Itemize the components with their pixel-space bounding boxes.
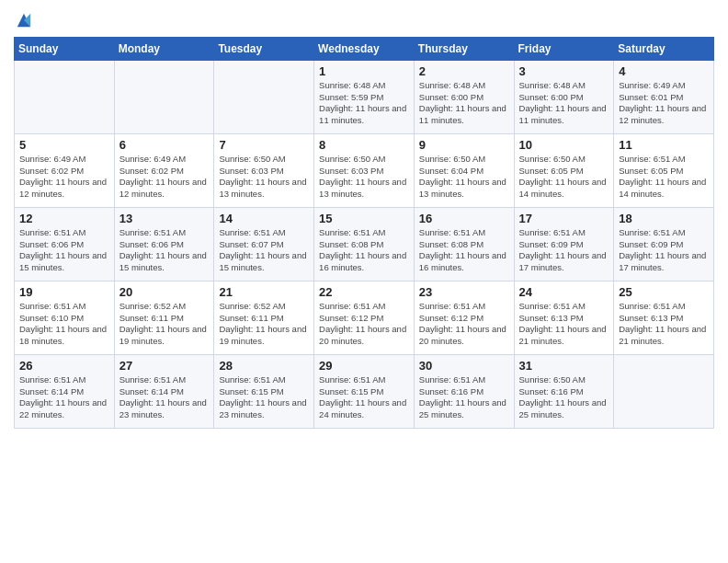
calendar-cell: 10Sunrise: 6:50 AM Sunset: 6:05 PM Dayli…	[514, 133, 614, 207]
calendar-cell: 17Sunrise: 6:51 AM Sunset: 6:09 PM Dayli…	[514, 207, 614, 281]
day-info: Sunrise: 6:52 AM Sunset: 6:11 PM Dayligh…	[219, 301, 310, 348]
calendar-cell: 18Sunrise: 6:51 AM Sunset: 6:09 PM Dayli…	[614, 207, 714, 281]
day-info: Sunrise: 6:50 AM Sunset: 6:04 PM Dayligh…	[419, 154, 510, 201]
day-info: Sunrise: 6:51 AM Sunset: 6:12 PM Dayligh…	[319, 301, 410, 348]
day-number: 16	[419, 212, 510, 225]
day-info: Sunrise: 6:48 AM Sunset: 6:00 PM Dayligh…	[519, 80, 610, 127]
day-number: 12	[19, 212, 110, 225]
calendar-cell: 3Sunrise: 6:48 AM Sunset: 6:00 PM Daylig…	[514, 60, 614, 133]
day-number: 8	[319, 138, 410, 152]
calendar-cell: 9Sunrise: 6:50 AM Sunset: 6:04 PM Daylig…	[414, 133, 514, 207]
day-number: 6	[119, 138, 210, 152]
day-info: Sunrise: 6:49 AM Sunset: 6:01 PM Dayligh…	[619, 80, 710, 127]
day-number: 1	[319, 64, 410, 78]
header-day-friday: Friday	[514, 37, 614, 60]
day-info: Sunrise: 6:49 AM Sunset: 6:02 PM Dayligh…	[19, 154, 110, 201]
calendar-cell: 20Sunrise: 6:52 AM Sunset: 6:11 PM Dayli…	[114, 281, 214, 354]
day-info: Sunrise: 6:51 AM Sunset: 6:06 PM Dayligh…	[119, 227, 210, 274]
calendar-cell: 12Sunrise: 6:51 AM Sunset: 6:06 PM Dayli…	[15, 207, 115, 281]
day-info: Sunrise: 6:51 AM Sunset: 6:12 PM Dayligh…	[419, 301, 510, 348]
day-number: 7	[219, 138, 310, 152]
calendar-cell: 26Sunrise: 6:51 AM Sunset: 6:14 PM Dayli…	[15, 354, 115, 428]
day-info: Sunrise: 6:49 AM Sunset: 6:02 PM Dayligh…	[119, 154, 210, 201]
day-info: Sunrise: 6:51 AM Sunset: 6:08 PM Dayligh…	[419, 227, 510, 274]
calendar-cell: 29Sunrise: 6:51 AM Sunset: 6:15 PM Dayli…	[314, 354, 415, 428]
calendar-cell	[214, 60, 314, 133]
page-header	[14, 9, 714, 31]
header-row: SundayMondayTuesdayWednesdayThursdayFrid…	[15, 37, 714, 60]
calendar-header: SundayMondayTuesdayWednesdayThursdayFrid…	[15, 37, 714, 60]
day-info: Sunrise: 6:51 AM Sunset: 6:13 PM Dayligh…	[519, 301, 610, 348]
week-row-4: 19Sunrise: 6:51 AM Sunset: 6:10 PM Dayli…	[15, 281, 714, 354]
day-number: 20	[119, 285, 210, 299]
calendar-cell: 7Sunrise: 6:50 AM Sunset: 6:03 PM Daylig…	[214, 133, 314, 207]
day-info: Sunrise: 6:50 AM Sunset: 6:03 PM Dayligh…	[319, 154, 410, 201]
day-info: Sunrise: 6:51 AM Sunset: 6:09 PM Dayligh…	[619, 227, 710, 274]
day-info: Sunrise: 6:51 AM Sunset: 6:10 PM Dayligh…	[19, 301, 110, 348]
calendar-cell: 30Sunrise: 6:51 AM Sunset: 6:16 PM Dayli…	[414, 354, 514, 428]
day-number: 22	[319, 285, 410, 299]
calendar-cell: 24Sunrise: 6:51 AM Sunset: 6:13 PM Dayli…	[514, 281, 614, 354]
day-number: 23	[419, 285, 510, 299]
calendar-cell: 14Sunrise: 6:51 AM Sunset: 6:07 PM Dayli…	[214, 207, 314, 281]
day-number: 2	[419, 64, 510, 78]
calendar-cell	[15, 60, 115, 133]
day-number: 15	[319, 212, 410, 225]
calendar-cell: 6Sunrise: 6:49 AM Sunset: 6:02 PM Daylig…	[114, 133, 214, 207]
day-info: Sunrise: 6:51 AM Sunset: 6:15 PM Dayligh…	[319, 374, 410, 421]
calendar-cell: 21Sunrise: 6:52 AM Sunset: 6:11 PM Dayli…	[214, 281, 314, 354]
calendar-body: 1Sunrise: 6:48 AM Sunset: 5:59 PM Daylig…	[15, 60, 714, 428]
calendar-cell: 16Sunrise: 6:51 AM Sunset: 6:08 PM Dayli…	[414, 207, 514, 281]
logo	[14, 13, 32, 31]
header-day-tuesday: Tuesday	[214, 37, 314, 60]
week-row-3: 12Sunrise: 6:51 AM Sunset: 6:06 PM Dayli…	[15, 207, 714, 281]
day-info: Sunrise: 6:51 AM Sunset: 6:15 PM Dayligh…	[219, 374, 310, 421]
calendar-cell: 25Sunrise: 6:51 AM Sunset: 6:13 PM Dayli…	[614, 281, 714, 354]
calendar-cell: 5Sunrise: 6:49 AM Sunset: 6:02 PM Daylig…	[15, 133, 115, 207]
day-number: 9	[419, 138, 510, 152]
day-info: Sunrise: 6:52 AM Sunset: 6:11 PM Dayligh…	[119, 301, 210, 348]
calendar-cell: 8Sunrise: 6:50 AM Sunset: 6:03 PM Daylig…	[314, 133, 415, 207]
calendar-cell: 15Sunrise: 6:51 AM Sunset: 6:08 PM Dayli…	[314, 207, 415, 281]
logo-icon	[16, 12, 32, 29]
day-info: Sunrise: 6:48 AM Sunset: 5:59 PM Dayligh…	[319, 80, 410, 127]
day-info: Sunrise: 6:48 AM Sunset: 6:00 PM Dayligh…	[419, 80, 510, 127]
day-number: 4	[619, 64, 710, 78]
day-number: 14	[219, 212, 310, 225]
header-day-sunday: Sunday	[15, 37, 115, 60]
day-info: Sunrise: 6:51 AM Sunset: 6:14 PM Dayligh…	[119, 374, 210, 421]
day-info: Sunrise: 6:51 AM Sunset: 6:06 PM Dayligh…	[19, 227, 110, 274]
day-number: 17	[519, 212, 610, 225]
day-number: 11	[619, 138, 710, 152]
day-number: 27	[119, 359, 210, 373]
day-info: Sunrise: 6:51 AM Sunset: 6:13 PM Dayligh…	[619, 301, 710, 348]
day-info: Sunrise: 6:50 AM Sunset: 6:05 PM Dayligh…	[519, 154, 610, 201]
day-number: 29	[319, 359, 410, 373]
calendar-cell	[614, 354, 714, 428]
calendar-cell: 4Sunrise: 6:49 AM Sunset: 6:01 PM Daylig…	[614, 60, 714, 133]
header-day-wednesday: Wednesday	[314, 37, 415, 60]
day-info: Sunrise: 6:51 AM Sunset: 6:09 PM Dayligh…	[519, 227, 610, 274]
header-day-monday: Monday	[114, 37, 214, 60]
calendar-cell: 11Sunrise: 6:51 AM Sunset: 6:05 PM Dayli…	[614, 133, 714, 207]
header-day-thursday: Thursday	[414, 37, 514, 60]
day-number: 10	[519, 138, 610, 152]
calendar-cell: 22Sunrise: 6:51 AM Sunset: 6:12 PM Dayli…	[314, 281, 415, 354]
day-info: Sunrise: 6:50 AM Sunset: 6:16 PM Dayligh…	[519, 374, 610, 421]
calendar-cell: 1Sunrise: 6:48 AM Sunset: 5:59 PM Daylig…	[314, 60, 415, 133]
day-number: 21	[219, 285, 310, 299]
calendar-cell: 28Sunrise: 6:51 AM Sunset: 6:15 PM Dayli…	[214, 354, 314, 428]
day-number: 5	[19, 138, 110, 152]
header-day-saturday: Saturday	[614, 37, 714, 60]
calendar-table: SundayMondayTuesdayWednesdayThursdayFrid…	[14, 37, 714, 429]
calendar-cell: 13Sunrise: 6:51 AM Sunset: 6:06 PM Dayli…	[114, 207, 214, 281]
day-number: 19	[19, 285, 110, 299]
day-info: Sunrise: 6:51 AM Sunset: 6:07 PM Dayligh…	[219, 227, 310, 274]
day-number: 28	[219, 359, 310, 373]
week-row-1: 1Sunrise: 6:48 AM Sunset: 5:59 PM Daylig…	[15, 60, 714, 133]
day-number: 24	[519, 285, 610, 299]
calendar-cell: 2Sunrise: 6:48 AM Sunset: 6:00 PM Daylig…	[414, 60, 514, 133]
week-row-2: 5Sunrise: 6:49 AM Sunset: 6:02 PM Daylig…	[15, 133, 714, 207]
day-info: Sunrise: 6:51 AM Sunset: 6:16 PM Dayligh…	[419, 374, 510, 421]
day-number: 31	[519, 359, 610, 373]
